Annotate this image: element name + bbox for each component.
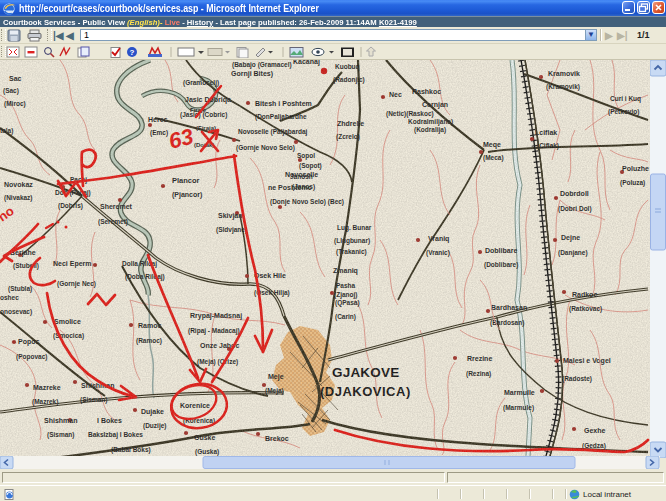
svg-text:?: ? <box>130 48 135 57</box>
